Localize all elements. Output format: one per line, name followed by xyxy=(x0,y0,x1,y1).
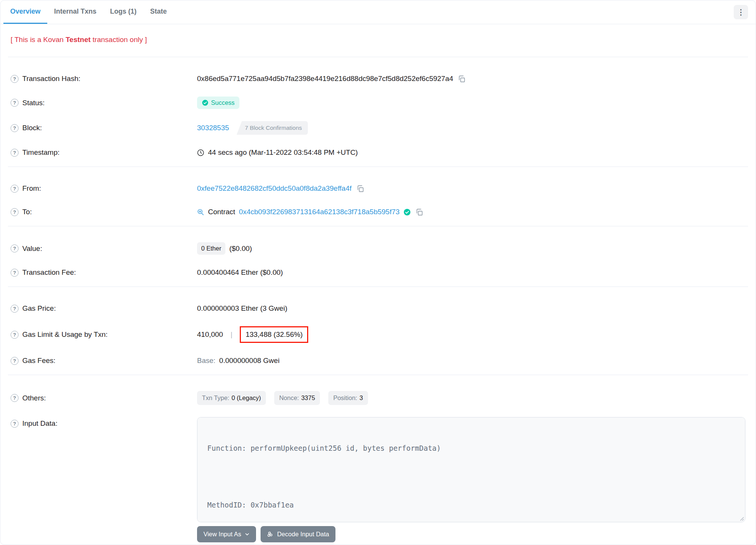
value-amount-badge: 0 Ether xyxy=(197,242,225,255)
value-usd: ($0.00) xyxy=(229,244,252,253)
tab-bar: Overview Internal Txns Logs (1) State ⋮ xyxy=(0,0,756,24)
row-others: ? Others: Txn Type:0 (Legacy) Nonce:3375… xyxy=(11,385,745,411)
row-value: ? Value: 0 Ether ($0.00) xyxy=(11,236,745,261)
row-input-data: ? Input Data: Function: performUpkeep(ui… xyxy=(11,411,745,545)
view-input-as-button[interactable]: View Input As xyxy=(197,526,256,542)
testnet-warning-section: [ This is a Kovan Testnet transaction on… xyxy=(8,24,748,57)
copy-icon[interactable] xyxy=(457,75,466,83)
transaction-fee-value: 0.000400464 Ether ($0.00) xyxy=(197,268,283,277)
timestamp-label-cell: ? Timestamp: xyxy=(11,148,197,157)
row-gas-price: ? Gas Price: 0.000000003 Ether (3 Gwei) xyxy=(11,297,745,320)
value-label: Value: xyxy=(22,244,42,253)
help-icon[interactable]: ? xyxy=(11,75,19,83)
warning-bold: Testnet xyxy=(65,36,90,44)
section-others-input: ? Others: Txn Type:0 (Legacy) Nonce:3375… xyxy=(8,375,748,545)
gas-usage-annotation-box: 133,488 (32.56%) xyxy=(240,326,308,343)
help-icon[interactable]: ? xyxy=(11,305,19,313)
transaction-hash-label: Transaction Hash: xyxy=(22,75,80,83)
nonce-badge: Nonce:3375 xyxy=(274,391,320,405)
input-function-line: Function: performUpkeep(uint256 id, byte… xyxy=(207,442,735,454)
row-gas-fees: ? Gas Fees: Base: 0.000000008 Gwei xyxy=(11,349,745,372)
help-icon[interactable]: ? xyxy=(11,420,19,428)
transaction-hash-value: 0x86ed5a771e725aa94d5b7fa2398e4419e216d8… xyxy=(197,75,453,83)
row-transaction-fee: ? Transaction Fee: 0.000400464 Ether ($0… xyxy=(11,261,745,284)
clock-icon xyxy=(197,149,204,156)
transaction-detail-card: Overview Internal Txns Logs (1) State ⋮ … xyxy=(0,0,756,545)
decode-input-data-button[interactable]: Decode Input Data xyxy=(261,526,336,542)
status-text: Success xyxy=(211,99,234,106)
status-label-cell: ? Status: xyxy=(11,99,197,107)
row-timestamp: ? Timestamp: 44 secs ago (Mar-11-2022 03… xyxy=(11,141,745,164)
row-transaction-hash: ? Transaction Hash: 0x86ed5a771e725aa94d… xyxy=(11,67,745,90)
help-icon[interactable]: ? xyxy=(11,331,19,339)
to-address-link[interactable]: 0x4cb093f226983713164a62138c3f718a5b595f… xyxy=(239,208,400,216)
help-icon[interactable]: ? xyxy=(11,208,19,216)
warning-suffix: transaction only ] xyxy=(91,36,147,44)
input-blank-line xyxy=(207,471,735,483)
help-icon[interactable]: ? xyxy=(11,394,19,402)
tab-overview[interactable]: Overview xyxy=(3,0,47,24)
check-circle-icon xyxy=(202,100,208,106)
decode-input-data-label: Decode Input Data xyxy=(277,531,329,538)
gas-usage-value: 133,488 (32.56%) xyxy=(245,330,303,338)
kebab-menu-icon[interactable]: ⋮ xyxy=(734,5,748,19)
row-status: ? Status: Success xyxy=(11,90,745,115)
timestamp-value: 44 secs ago (Mar-11-2022 03:54:48 PM +UT… xyxy=(208,148,358,157)
position-key: Position: xyxy=(333,394,357,402)
tab-state[interactable]: State xyxy=(143,0,174,24)
help-icon[interactable]: ? xyxy=(11,244,19,252)
tab-logs[interactable]: Logs (1) xyxy=(103,0,143,24)
verified-check-icon xyxy=(404,209,411,216)
view-input-as-label: View Input As xyxy=(203,531,241,538)
transaction-fee-label-cell: ? Transaction Fee: xyxy=(11,268,197,277)
copy-icon[interactable] xyxy=(414,208,424,216)
input-data-buttons: View Input As Decode Input Data xyxy=(197,526,745,542)
help-icon[interactable]: ? xyxy=(11,124,19,132)
row-block: ? Block: 30328535 7 Block Confirmations xyxy=(11,115,745,141)
txn-type-badge: Txn Type:0 (Legacy) xyxy=(197,391,266,405)
value-label-cell: ? Value: xyxy=(11,244,197,253)
from-address-link[interactable]: 0xfee7522e8482682cf50ddc50a0f8da2a39effa… xyxy=(197,184,352,193)
help-icon[interactable]: ? xyxy=(11,185,19,193)
gas-fees-base-value: 0.000000008 Gwei xyxy=(219,357,280,365)
status-badge: Success xyxy=(197,97,239,109)
others-label: Others: xyxy=(22,394,46,402)
gas-price-value: 0.000000003 Ether (3 Gwei) xyxy=(197,304,287,313)
timestamp-label: Timestamp: xyxy=(22,148,60,157)
block-label: Block: xyxy=(22,124,42,132)
help-icon[interactable]: ? xyxy=(11,99,19,107)
status-label: Status: xyxy=(22,99,45,107)
tab-internal-txns[interactable]: Internal Txns xyxy=(47,0,103,24)
txn-type-value: 0 (Legacy) xyxy=(231,394,261,402)
help-icon[interactable]: ? xyxy=(11,269,19,277)
position-value: 3 xyxy=(359,394,363,402)
gas-fees-label: Gas Fees: xyxy=(22,357,56,365)
section-addresses: ? From: 0xfee7522e8482682cf50ddc50a0f8da… xyxy=(8,167,748,226)
to-contract-type: Contract xyxy=(208,208,235,216)
nonce-key: Nonce: xyxy=(279,394,299,402)
transaction-hash-label-cell: ? Transaction Hash: xyxy=(11,75,197,83)
help-icon[interactable]: ? xyxy=(11,357,19,365)
gas-price-label-cell: ? Gas Price: xyxy=(11,304,197,313)
block-confirmations-badge: 7 Block Confirmations xyxy=(237,121,308,135)
magnifier-plus-icon[interactable] xyxy=(197,209,204,216)
block-label-cell: ? Block: xyxy=(11,124,197,132)
gas-fees-base-label: Base: xyxy=(197,357,216,365)
input-data-box[interactable]: Function: performUpkeep(uint256 id, byte… xyxy=(197,417,745,522)
input-data-label: Input Data: xyxy=(22,419,57,428)
chevron-down-icon xyxy=(245,532,250,537)
from-label: From: xyxy=(22,184,41,193)
testnet-warning: [ This is a Kovan Testnet transaction on… xyxy=(11,36,745,44)
gas-limit-label-cell: ? Gas Limit & Usage by Txn: xyxy=(11,330,197,339)
block-number-link[interactable]: 30328535 xyxy=(197,124,229,132)
transaction-fee-label: Transaction Fee: xyxy=(22,268,76,277)
help-icon[interactable]: ? xyxy=(11,149,19,157)
input-methodid-line: MethodID: 0x7bbaf1ea xyxy=(207,499,735,511)
warning-prefix: [ This is a Kovan xyxy=(11,36,65,44)
nonce-value: 3375 xyxy=(301,394,315,402)
section-overview-top: ? Transaction Hash: 0x86ed5a771e725aa94d… xyxy=(8,57,748,167)
from-label-cell: ? From: xyxy=(11,184,197,193)
row-from: ? From: 0xfee7522e8482682cf50ddc50a0f8da… xyxy=(11,177,745,200)
copy-icon[interactable] xyxy=(355,185,365,193)
to-label: To: xyxy=(22,208,32,216)
